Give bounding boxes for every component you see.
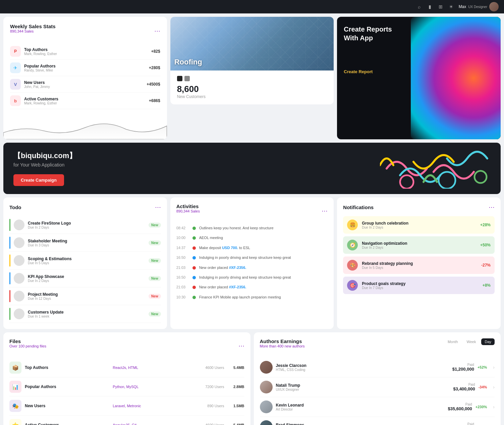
todo-menu-icon[interactable]: ⋯ [155,203,161,211]
file-name-top-authors: Top Authors [25,365,109,370]
author-natali: Natali Trump UI/UX Designer Paid $3,400,… [260,377,495,397]
weekly-stats-header: Weekly Sales Stats 890,344 Sales ⋯ [10,23,160,38]
avatar[interactable] [489,2,499,11]
act-dot-1650a [192,256,196,259]
todo-bar-customers [9,308,10,320]
author-amount-natali: $3,400,000 [453,386,475,391]
tab-month[interactable]: Month [444,338,461,345]
notifications-title: Notifications [343,204,374,210]
activity-1650b: 16:50 Indulging in poorly driving and ke… [176,273,328,282]
file-active-customers: ⭐ Active Customers AngularJS, C# 4600 Us… [9,416,244,425]
notifications-header: Notifications ⋯ [343,203,495,211]
activities-subtitle: 890,344 Sales [176,209,200,213]
author-info-natali: Natali Trump UI/UX Designer [276,383,450,391]
notif-info-rebrand: Rebrand strategy planning Due In 5 Days [362,261,477,270]
author-chevron-natali[interactable]: › [493,384,495,390]
activities-menu-icon[interactable]: ⋯ [322,207,328,215]
create-campaign-button[interactable]: Create Campaign [13,174,64,186]
todo-item-kpi: KPI App Showcase Due In 2 Days New [9,270,161,287]
todo-badge-firestone: New [149,223,161,228]
tab-day[interactable]: Day [481,338,495,345]
layout-icon[interactable]: ⊞ [437,3,444,10]
todo-badge-kpi: New [149,276,161,281]
new-users-info: New Users John, Pat, Jimmy [24,80,147,89]
act-text-2103b: New order placed #XF-2356. [199,285,246,290]
author-pct-kevin: +230% [475,405,487,409]
author-jessie: Jessie Clarcson HTML, CSS Coding Paid $1… [260,358,495,377]
file-name-active-customers: Active Customers [25,423,109,425]
act-link-xf-b[interactable]: #XF-2356. [229,285,246,289]
files-title: Files [9,338,46,344]
user-profile[interactable]: Max UX Designer [459,2,499,11]
act-text-0842: Outlines keep you honest. And keep struc… [199,226,274,231]
campaign-banner: 【biqubiqu.com】 for Your Web Application … [3,143,501,194]
act-link-xf-a[interactable]: #XF-2356. [229,266,246,270]
act-time-0842: 08:42 [176,226,189,230]
todo-item-scoping: Scoping & Estimations Due In 5 Days New [9,252,161,270]
notif-due-navigation: Due In 2 Days [362,246,476,249]
popular-authors-icon: ✈ [10,62,21,73]
notif-product-goals: 🎯 Product goals strategy Due In 7 Days +… [343,277,495,294]
search-icon[interactable]: ⌕ [416,3,423,10]
middle-grid: Todo ⋯ Create FireStone Logo Due In 2 Da… [0,197,504,332]
author-role-jessie: HTML, CSS Coding [276,368,449,372]
todo-name-scoping: Scoping & Estimations [28,256,149,261]
active-customers-sub: Mark, Rowling, Esther [24,101,149,105]
todo-due-stakeholder: Due In 3 Days [28,243,149,247]
notif-title-rebrand: Rebrand strategy planning [362,261,477,266]
files-subtitle: Over 100 pending files [9,344,46,348]
weekly-stats-menu[interactable]: ⋯ [154,27,160,35]
author-name-natali: Natali Trump [276,383,450,388]
file-size-popular-authors: 2.8MB [228,385,244,389]
activities-header: Activities 890,344 Sales ⋯ [176,203,328,218]
todo-info-scoping: Scoping & Estimations Due In 5 Days [28,256,149,265]
author-pct-natali: -34% [479,385,487,389]
author-chevron-jessie[interactable]: › [493,365,495,370]
tab-week[interactable]: Week [463,338,480,345]
file-tech-popular-authors: Python, MySQL [113,385,197,389]
file-icon-popular-authors: 📊 [9,381,21,393]
author-info-kevin: Kevin Leonard Art Director [276,403,445,411]
brightness-icon[interactable]: ☀ [448,3,455,10]
notif-due-lunch: Due In 2 Days [362,226,476,229]
activity-2103a: 21:03 New order placed #XF-2356. [176,263,328,273]
active-customers-info: Active Customers Mark, Rowling, Esther [24,97,149,105]
nc-icons [177,76,327,81]
act-time-1650a: 16:50 [176,255,189,259]
todo-badge-stakeholder: New [149,240,161,245]
author-amount-jessie: $1,200,000 [452,367,474,372]
author-chevron-kevin[interactable]: › [493,404,495,410]
author-name-jessie: Jessie Clarcson [276,363,449,368]
todo-due-scoping: Due In 5 Days [28,261,149,265]
create-report-link[interactable]: Create Report [344,69,494,74]
author-paid-natali: Paid [453,383,475,386]
author-pct-jessie: +52% [478,365,487,369]
todo-avatar-stakeholder [14,237,24,248]
act-link-usd[interactable]: USD 700. [222,246,238,250]
reports-title: Create ReportsWith App [344,25,494,42]
todo-name-customers: Customers Update [28,310,149,315]
reports-card: Create ReportsWith App Create Report [337,17,501,139]
stat-popular-authors: ✈ Popular Authors Randy, Steve, Mike +28… [10,60,160,76]
weekly-stats-title: Weekly Sales Stats [10,23,56,29]
activity-2103b: 21:03 New order placed #XF-2356. [176,282,328,292]
todo-info-customers: Customers Update Due In 1 week [28,310,149,318]
campaign-subtitle: for Your Web Application [13,162,491,168]
act-text-1650a: Indulging in poorly driving and keep str… [199,255,291,260]
todo-header: Todo ⋯ [9,203,161,211]
notif-val-rebrand: -27% [481,263,491,268]
active-customers-value: +686$ [149,98,160,103]
files-menu-icon[interactable]: ⋯ [238,342,244,349]
nc-icon-light [184,76,190,81]
popular-authors-name: Popular Authors [24,64,149,68]
author-kevin: Kevin Leonard Art Director Paid $35,600,… [260,397,495,417]
popular-authors-sub: Randy, Steve, Mike [24,68,149,72]
notif-icon-product: 🎯 [347,280,358,291]
todo-avatar-kpi [14,273,24,284]
todo-bar-stakeholder [9,237,10,249]
file-tech-active-customers: AngularJS, C# [113,423,197,425]
notifications-menu-icon[interactable]: ⋯ [489,203,495,211]
notif-info-product: Product goals strategy Due In 7 Days [362,281,478,290]
file-tech-top-authors: ReactJs, HTML [113,366,197,370]
act-dot-2103b [192,286,196,289]
